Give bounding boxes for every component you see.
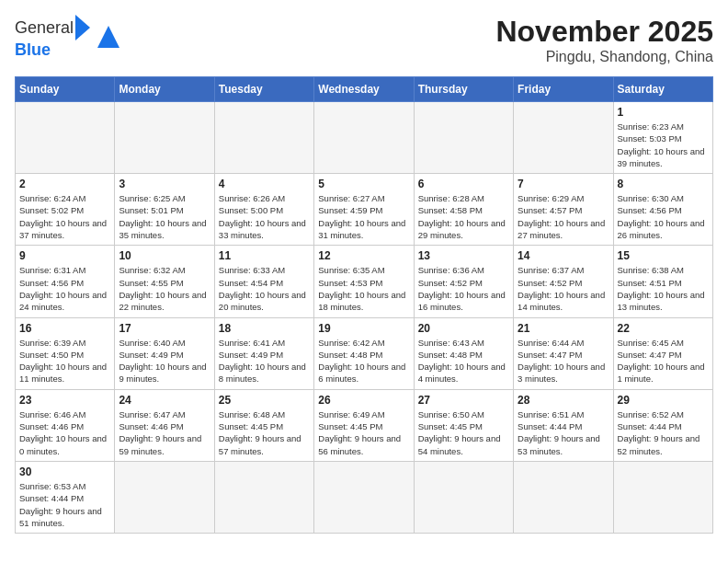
col-header-wednesday: Wednesday — [314, 77, 414, 102]
logo-blue: Blue — [15, 40, 51, 60]
day-info: Sunrise: 6:39 AMSunset: 4:50 PMDaylight:… — [19, 337, 110, 385]
logo-icon — [96, 24, 121, 53]
calendar-cell: 14Sunrise: 6:37 AMSunset: 4:52 PMDayligh… — [514, 246, 613, 317]
calendar-cell: 9Sunrise: 6:31 AMSunset: 4:56 PMDaylight… — [16, 246, 115, 317]
calendar-table: SundayMondayTuesdayWednesdayThursdayFrid… — [15, 76, 713, 534]
calendar-cell — [314, 102, 414, 174]
day-number: 30 — [19, 465, 110, 478]
calendar-cell — [115, 461, 214, 533]
day-number: 3 — [119, 178, 210, 190]
day-number: 6 — [418, 178, 509, 190]
calendar-cell — [514, 461, 613, 533]
day-number: 10 — [119, 249, 210, 262]
calendar-cell — [613, 461, 712, 533]
day-info: Sunrise: 6:46 AMSunset: 4:46 PMDaylight:… — [19, 408, 110, 457]
calendar-cell: 18Sunrise: 6:41 AMSunset: 4:49 PMDayligh… — [214, 317, 313, 389]
day-info: Sunrise: 6:45 AMSunset: 4:47 PMDaylight:… — [618, 337, 709, 385]
day-number: 27 — [418, 394, 509, 407]
calendar-cell: 17Sunrise: 6:40 AMSunset: 4:49 PMDayligh… — [115, 317, 214, 389]
day-info: Sunrise: 6:28 AMSunset: 4:58 PMDaylight:… — [418, 192, 509, 241]
day-info: Sunrise: 6:41 AMSunset: 4:49 PMDaylight:… — [219, 337, 310, 385]
page-header: General Blue November 2025 Pingdu, Shand… — [15, 15, 713, 65]
day-info: Sunrise: 6:44 AMSunset: 4:47 PMDaylight:… — [518, 337, 609, 385]
svg-marker-0 — [97, 26, 119, 48]
day-number: 15 — [618, 249, 709, 262]
day-info: Sunrise: 6:35 AMSunset: 4:53 PMDaylight:… — [318, 264, 409, 313]
day-number: 21 — [518, 322, 609, 335]
calendar-cell: 25Sunrise: 6:48 AMSunset: 4:45 PMDayligh… — [214, 389, 313, 461]
col-header-tuesday: Tuesday — [214, 77, 313, 102]
day-info: Sunrise: 6:31 AMSunset: 4:56 PMDaylight:… — [19, 264, 110, 313]
col-header-saturday: Saturday — [613, 77, 712, 102]
day-number: 13 — [418, 249, 509, 262]
calendar-cell: 3Sunrise: 6:25 AMSunset: 5:01 PMDaylight… — [115, 174, 214, 246]
day-number: 17 — [119, 322, 210, 335]
day-info: Sunrise: 6:26 AMSunset: 5:00 PMDaylight:… — [219, 192, 310, 241]
day-number: 4 — [219, 178, 310, 190]
day-info: Sunrise: 6:51 AMSunset: 4:44 PMDaylight:… — [518, 408, 609, 457]
day-info: Sunrise: 6:53 AMSunset: 4:44 PMDaylight:… — [19, 480, 110, 529]
day-number: 22 — [618, 322, 709, 335]
day-number: 11 — [219, 249, 310, 262]
calendar-cell — [314, 461, 414, 533]
day-info: Sunrise: 6:27 AMSunset: 4:59 PMDaylight:… — [318, 192, 409, 241]
day-number: 9 — [19, 249, 110, 262]
calendar-week-4: 16Sunrise: 6:39 AMSunset: 4:50 PMDayligh… — [16, 317, 713, 389]
col-header-monday: Monday — [115, 77, 214, 102]
day-info: Sunrise: 6:40 AMSunset: 4:49 PMDaylight:… — [119, 337, 210, 385]
calendar-cell: 20Sunrise: 6:43 AMSunset: 4:48 PMDayligh… — [414, 317, 513, 389]
day-info: Sunrise: 6:32 AMSunset: 4:55 PMDaylight:… — [119, 264, 210, 313]
calendar-cell — [214, 461, 313, 533]
calendar-cell: 29Sunrise: 6:52 AMSunset: 4:44 PMDayligh… — [613, 389, 712, 461]
day-info: Sunrise: 6:48 AMSunset: 4:45 PMDaylight:… — [219, 408, 310, 457]
calendar-cell: 24Sunrise: 6:47 AMSunset: 4:46 PMDayligh… — [115, 389, 214, 461]
calendar-cell: 12Sunrise: 6:35 AMSunset: 4:53 PMDayligh… — [314, 246, 414, 317]
calendar-cell: 19Sunrise: 6:42 AMSunset: 4:48 PMDayligh… — [314, 317, 414, 389]
col-header-sunday: Sunday — [16, 77, 115, 102]
calendar-week-2: 2Sunrise: 6:24 AMSunset: 5:02 PMDaylight… — [16, 174, 713, 246]
day-number: 26 — [318, 394, 409, 407]
calendar-cell: 13Sunrise: 6:36 AMSunset: 4:52 PMDayligh… — [414, 246, 513, 317]
calendar-cell — [414, 102, 513, 174]
calendar-cell: 30Sunrise: 6:53 AMSunset: 4:44 PMDayligh… — [16, 461, 115, 533]
calendar-cell: 21Sunrise: 6:44 AMSunset: 4:47 PMDayligh… — [514, 317, 613, 389]
calendar-cell: 26Sunrise: 6:49 AMSunset: 4:45 PMDayligh… — [314, 389, 414, 461]
day-number: 24 — [119, 394, 210, 407]
calendar-cell: 15Sunrise: 6:38 AMSunset: 4:51 PMDayligh… — [613, 246, 712, 317]
calendar-cell: 10Sunrise: 6:32 AMSunset: 4:55 PMDayligh… — [115, 246, 214, 317]
calendar-cell: 28Sunrise: 6:51 AMSunset: 4:44 PMDayligh… — [514, 389, 613, 461]
day-info: Sunrise: 6:36 AMSunset: 4:52 PMDaylight:… — [418, 264, 509, 313]
calendar-cell: 2Sunrise: 6:24 AMSunset: 5:02 PMDaylight… — [16, 174, 115, 246]
calendar-cell: 23Sunrise: 6:46 AMSunset: 4:46 PMDayligh… — [16, 389, 115, 461]
day-number: 23 — [19, 394, 110, 407]
day-info: Sunrise: 6:29 AMSunset: 4:57 PMDaylight:… — [518, 192, 609, 241]
logo-text-area: General Blue — [15, 15, 90, 60]
day-info: Sunrise: 6:50 AMSunset: 4:45 PMDaylight:… — [418, 408, 509, 457]
calendar-cell: 1Sunrise: 6:23 AMSunset: 5:03 PMDaylight… — [613, 102, 712, 174]
day-info: Sunrise: 6:23 AMSunset: 5:03 PMDaylight:… — [618, 121, 709, 169]
day-number: 2 — [19, 178, 110, 190]
calendar-cell: 8Sunrise: 6:30 AMSunset: 4:56 PMDaylight… — [613, 174, 712, 246]
day-info: Sunrise: 6:33 AMSunset: 4:54 PMDaylight:… — [219, 264, 310, 313]
calendar-week-6: 30Sunrise: 6:53 AMSunset: 4:44 PMDayligh… — [16, 461, 713, 533]
day-number: 25 — [219, 394, 310, 407]
logo-general: General — [15, 18, 74, 38]
day-info: Sunrise: 6:47 AMSunset: 4:46 PMDaylight:… — [119, 408, 210, 457]
day-info: Sunrise: 6:24 AMSunset: 5:02 PMDaylight:… — [19, 192, 110, 241]
day-number: 19 — [318, 322, 409, 335]
calendar-cell: 16Sunrise: 6:39 AMSunset: 4:50 PMDayligh… — [16, 317, 115, 389]
day-info: Sunrise: 6:43 AMSunset: 4:48 PMDaylight:… — [418, 337, 509, 385]
day-info: Sunrise: 6:42 AMSunset: 4:48 PMDaylight:… — [318, 337, 409, 385]
col-header-friday: Friday — [514, 77, 613, 102]
day-info: Sunrise: 6:52 AMSunset: 4:44 PMDaylight:… — [618, 408, 709, 457]
calendar-cell — [514, 102, 613, 174]
calendar-cell — [115, 102, 214, 174]
calendar-cell: 27Sunrise: 6:50 AMSunset: 4:45 PMDayligh… — [414, 389, 513, 461]
day-info: Sunrise: 6:30 AMSunset: 4:56 PMDaylight:… — [618, 192, 709, 241]
calendar-week-1: 1Sunrise: 6:23 AMSunset: 5:03 PMDaylight… — [16, 102, 713, 174]
day-number: 18 — [219, 322, 310, 335]
day-info: Sunrise: 6:38 AMSunset: 4:51 PMDaylight:… — [618, 264, 709, 313]
calendar-cell — [414, 461, 513, 533]
calendar-cell: 4Sunrise: 6:26 AMSunset: 5:00 PMDaylight… — [214, 174, 313, 246]
calendar-week-3: 9Sunrise: 6:31 AMSunset: 4:56 PMDaylight… — [16, 246, 713, 317]
